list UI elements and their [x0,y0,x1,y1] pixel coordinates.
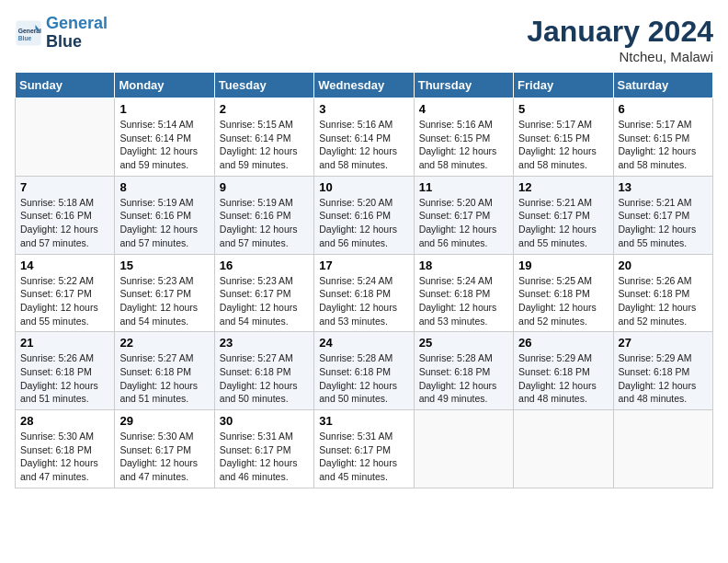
day-info: Sunrise: 5:29 AM Sunset: 6:18 PM Dayligh… [518,351,608,406]
weekday-header-saturday: Saturday [613,73,712,98]
daylight-label: Daylight: 12 hours and 49 minutes. [419,380,497,405]
daylight-label: Daylight: 12 hours and 56 minutes. [319,224,397,248]
daylight-label: Daylight: 12 hours and 47 minutes. [119,457,198,482]
sunset-label: Sunset: 6:18 PM [119,366,191,377]
sunset-label: Sunset: 6:16 PM [220,210,291,221]
day-info: Sunrise: 5:30 AM Sunset: 6:18 PM Dayligh… [20,430,109,484]
sunset-label: Sunset: 6:15 PM [619,132,690,144]
day-info: Sunrise: 5:28 AM Sunset: 6:18 PM Dayligh… [419,351,508,406]
day-number: 21 [20,336,109,350]
calendar-cell: 31 Sunrise: 5:31 AM Sunset: 6:17 PM Dayl… [314,410,414,488]
daylight-label: Daylight: 12 hours and 58 minutes. [419,145,497,170]
sunrise-label: Sunrise: 5:23 AM [220,275,293,286]
day-number: 2 [220,102,309,116]
logo: General Blue GeneralBlue [15,15,108,52]
day-number: 9 [220,180,309,194]
calendar-cell: 9 Sunrise: 5:19 AM Sunset: 6:16 PM Dayli… [214,176,313,254]
sunrise-label: Sunrise: 5:30 AM [119,431,193,442]
calendar-cell: 23 Sunrise: 5:27 AM Sunset: 6:18 PM Dayl… [214,332,313,410]
daylight-label: Daylight: 12 hours and 52 minutes. [619,302,697,327]
day-number: 8 [119,180,209,194]
sunset-label: Sunset: 6:17 PM [319,444,391,455]
sunset-label: Sunset: 6:17 PM [220,288,291,299]
day-number: 27 [619,336,708,350]
calendar-cell [514,410,613,488]
daylight-label: Daylight: 12 hours and 45 minutes. [319,457,397,482]
day-info: Sunrise: 5:30 AM Sunset: 6:17 PM Dayligh… [119,430,209,484]
daylight-label: Daylight: 12 hours and 54 minutes. [220,302,298,327]
sunset-label: Sunset: 6:17 PM [419,210,491,221]
day-info: Sunrise: 5:14 AM Sunset: 6:14 PM Dayligh… [119,118,209,172]
sunset-label: Sunset: 6:18 PM [419,366,491,377]
sunrise-label: Sunrise: 5:27 AM [220,352,293,363]
sunrise-label: Sunrise: 5:26 AM [619,275,692,286]
day-info: Sunrise: 5:26 AM Sunset: 6:18 PM Dayligh… [619,274,708,328]
calendar-cell: 8 Sunrise: 5:19 AM Sunset: 6:16 PM Dayli… [115,176,214,254]
day-number: 11 [419,180,508,194]
day-number: 15 [119,259,209,272]
day-info: Sunrise: 5:17 AM Sunset: 6:15 PM Dayligh… [518,118,608,172]
weekday-header-wednesday: Wednesday [314,73,414,98]
sunset-label: Sunset: 6:18 PM [319,288,391,299]
calendar-cell: 13 Sunrise: 5:21 AM Sunset: 6:17 PM Dayl… [613,176,712,254]
calendar-cell: 26 Sunrise: 5:29 AM Sunset: 6:18 PM Dayl… [514,332,613,410]
weekday-header-monday: Monday [115,73,214,98]
day-number: 31 [319,414,408,428]
day-info: Sunrise: 5:24 AM Sunset: 6:18 PM Dayligh… [319,274,408,328]
day-info: Sunrise: 5:28 AM Sunset: 6:18 PM Dayligh… [319,351,408,406]
day-number: 4 [419,102,508,116]
weekday-header-friday: Friday [514,73,613,98]
calendar-cell: 18 Sunrise: 5:24 AM Sunset: 6:18 PM Dayl… [414,254,513,332]
day-info: Sunrise: 5:21 AM Sunset: 6:17 PM Dayligh… [619,196,708,250]
daylight-label: Daylight: 12 hours and 59 minutes. [220,145,298,170]
sunrise-label: Sunrise: 5:17 AM [619,119,692,130]
day-number: 19 [518,259,608,272]
calendar-cell: 22 Sunrise: 5:27 AM Sunset: 6:18 PM Dayl… [115,332,214,410]
week-row-4: 21 Sunrise: 5:26 AM Sunset: 6:18 PM Dayl… [16,332,713,410]
sunset-label: Sunset: 6:16 PM [119,210,191,221]
sunset-label: Sunset: 6:18 PM [20,366,92,377]
sunrise-label: Sunrise: 5:17 AM [518,119,592,130]
day-info: Sunrise: 5:15 AM Sunset: 6:14 PM Dayligh… [220,118,309,172]
calendar-cell: 29 Sunrise: 5:30 AM Sunset: 6:17 PM Dayl… [115,410,214,488]
calendar-cell: 16 Sunrise: 5:23 AM Sunset: 6:17 PM Dayl… [214,254,313,332]
day-info: Sunrise: 5:26 AM Sunset: 6:18 PM Dayligh… [20,351,109,406]
day-info: Sunrise: 5:27 AM Sunset: 6:18 PM Dayligh… [119,351,209,406]
sunrise-label: Sunrise: 5:19 AM [220,197,293,208]
day-number: 28 [20,414,109,428]
daylight-label: Daylight: 12 hours and 52 minutes. [518,302,597,327]
daylight-label: Daylight: 12 hours and 56 minutes. [419,224,497,248]
sunrise-label: Sunrise: 5:16 AM [319,119,392,130]
title-area: January 2024 Ntcheu, Malawi [527,15,713,64]
calendar-cell: 1 Sunrise: 5:14 AM Sunset: 6:14 PM Dayli… [115,98,214,177]
sunset-label: Sunset: 6:17 PM [518,210,590,221]
logo-icon: General Blue [15,19,42,47]
day-info: Sunrise: 5:21 AM Sunset: 6:17 PM Dayligh… [518,196,608,250]
calendar-cell: 21 Sunrise: 5:26 AM Sunset: 6:18 PM Dayl… [16,332,115,410]
day-info: Sunrise: 5:25 AM Sunset: 6:18 PM Dayligh… [518,274,608,328]
calendar-cell: 27 Sunrise: 5:29 AM Sunset: 6:18 PM Dayl… [613,332,712,410]
sunset-label: Sunset: 6:18 PM [619,366,690,377]
day-number: 24 [319,336,408,350]
calendar-cell: 11 Sunrise: 5:20 AM Sunset: 6:17 PM Dayl… [414,176,513,254]
sunrise-label: Sunrise: 5:29 AM [518,352,592,363]
daylight-label: Daylight: 12 hours and 46 minutes. [220,457,298,482]
week-row-5: 28 Sunrise: 5:30 AM Sunset: 6:18 PM Dayl… [16,410,713,488]
sunrise-label: Sunrise: 5:16 AM [419,119,493,130]
sunset-label: Sunset: 6:16 PM [319,210,391,221]
day-number: 26 [518,336,608,350]
calendar-cell: 10 Sunrise: 5:20 AM Sunset: 6:16 PM Dayl… [314,176,414,254]
calendar-cell: 12 Sunrise: 5:21 AM Sunset: 6:17 PM Dayl… [514,176,613,254]
daylight-label: Daylight: 12 hours and 53 minutes. [319,302,397,327]
calendar-cell: 3 Sunrise: 5:16 AM Sunset: 6:14 PM Dayli… [314,98,414,177]
weekday-header-row: SundayMondayTuesdayWednesdayThursdayFrid… [16,73,713,98]
sunset-label: Sunset: 6:18 PM [20,444,92,455]
day-number: 10 [319,180,408,194]
sunrise-label: Sunrise: 5:31 AM [319,431,392,442]
day-number: 7 [20,180,109,194]
calendar-cell: 14 Sunrise: 5:22 AM Sunset: 6:17 PM Dayl… [16,254,115,332]
sunrise-label: Sunrise: 5:27 AM [119,352,193,363]
calendar-cell: 30 Sunrise: 5:31 AM Sunset: 6:17 PM Dayl… [214,410,313,488]
daylight-label: Daylight: 12 hours and 55 minutes. [518,224,597,248]
day-number: 5 [518,102,608,116]
